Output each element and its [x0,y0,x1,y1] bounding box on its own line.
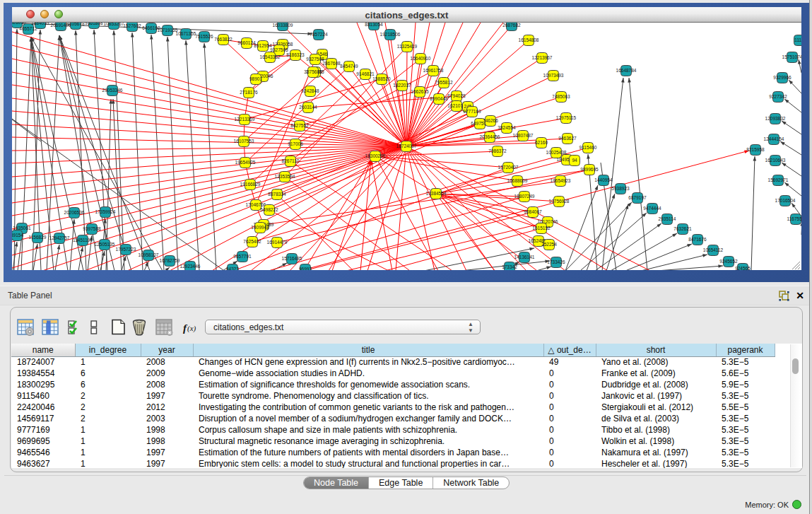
svg-text:9327508: 9327508 [306,57,324,62]
svg-text:5498222: 5498222 [260,207,278,212]
svg-text:3875685: 3875685 [304,69,322,74]
svg-text:9660124: 9660124 [237,40,256,45]
svg-text:9146821: 9146821 [356,71,375,76]
svg-text:84323: 84323 [226,267,239,270]
svg-text:16782759: 16782759 [160,258,180,263]
svg-text:16648784: 16648784 [616,68,637,73]
svg-text:9777169: 9777169 [463,109,481,114]
svg-text:9115460: 9115460 [579,145,597,150]
svg-text:1527602: 1527602 [123,23,141,28]
svg-text:10719155: 10719155 [158,28,178,33]
svg-text:16107553: 16107553 [234,139,254,144]
svg-text:12923446: 12923446 [180,264,201,269]
svg-text:14136141: 14136141 [514,255,535,259]
svg-text:1935061: 1935061 [13,226,31,230]
svg-text:29053346: 29053346 [102,88,123,93]
svg-text:16961758: 16961758 [423,68,444,73]
svg-text:12093832: 12093832 [765,116,786,121]
svg-text:9657791: 9657791 [233,254,252,259]
svg-text:8267110: 8267110 [282,158,300,163]
svg-text:10688609: 10688609 [507,178,528,183]
svg-text:10807487: 10807487 [513,133,534,138]
svg-text:15716485: 15716485 [282,256,302,261]
svg-text:12444154: 12444154 [764,136,784,141]
svg-text:10025438: 10025438 [546,150,567,155]
svg-text:12213369: 12213369 [235,117,255,122]
svg-text:2867608: 2867608 [322,61,341,66]
svg-text:12213967: 12213967 [532,55,553,60]
svg-text:15751074: 15751074 [782,54,801,59]
svg-text:10973493: 10973493 [543,73,564,78]
svg-text:18300295: 18300295 [365,153,386,158]
svg-text:9105678: 9105678 [66,23,85,26]
svg-text:2718176: 2718176 [240,90,258,95]
svg-text:98901: 98901 [249,76,262,81]
svg-text:9463627: 9463627 [558,136,577,141]
svg-text:9084067: 9084067 [524,209,542,214]
svg-text:19654923: 19654923 [551,178,571,183]
svg-text:6879197: 6879197 [628,195,647,200]
svg-text:8813054: 8813054 [365,23,383,27]
svg-text:1112: 1112 [794,37,801,42]
svg-text:19218506: 19218506 [380,32,401,37]
svg-text:1562615: 1562615 [411,89,429,94]
svg-text:17957223: 17957223 [116,247,136,252]
svg-text:10654112: 10654112 [703,247,724,252]
svg-text:19384554: 19384554 [426,191,447,196]
svg-text:16640910: 16640910 [411,56,431,61]
svg-text:9474444: 9474444 [643,206,661,211]
svg-text:10958107: 10958107 [139,252,159,257]
svg-text:924565: 924565 [735,266,751,270]
svg-text:9361808: 9361808 [85,23,103,25]
svg-text:9327505: 9327505 [270,47,288,52]
svg-text:9397588: 9397588 [83,226,101,231]
svg-text:1588520: 1588520 [372,76,391,81]
svg-text:16033809: 16033809 [273,23,293,28]
svg-text:8186323: 8186323 [286,52,305,57]
svg-text:7515526: 7515526 [195,34,213,39]
svg-text:15720407: 15720407 [498,165,519,170]
svg-text:18807249: 18807249 [514,194,535,199]
svg-text:20364456: 20364456 [480,134,500,139]
svg-text:9227342: 9227342 [769,94,787,99]
svg-text:9329966: 9329966 [773,75,792,80]
svg-text:17359924: 17359924 [95,209,116,214]
svg-text:12975115: 12975115 [556,115,577,120]
svg-text:1167553: 1167553 [787,216,801,221]
svg-text:17016504: 17016504 [775,198,796,203]
svg-text:10671355: 10671355 [176,31,196,36]
svg-text:9245652: 9245652 [719,259,738,264]
svg-text:(x): (x) [187,324,196,333]
svg-text:3824554: 3824554 [498,125,516,130]
svg-text:1409948: 1409948 [251,225,269,230]
svg-text:4055712: 4055712 [19,26,37,31]
svg-text:96993: 96993 [299,267,312,270]
svg-text:12942757: 12942757 [49,235,70,240]
svg-text:18724007: 18724007 [396,144,417,148]
svg-text:94: 94 [572,158,577,163]
svg-text:8215958: 8215958 [746,147,765,152]
svg-text:17046766: 17046766 [246,202,266,207]
svg-text:9899695: 9899695 [580,167,599,172]
svg-text:16154808: 16154808 [519,37,539,42]
svg-text:1156829: 1156829 [29,235,47,240]
svg-text:2603144: 2603144 [299,105,317,110]
svg-text:11325419: 11325419 [397,44,418,49]
svg-text:16914479: 16914479 [267,240,288,245]
svg-text:1733426: 1733426 [547,259,565,264]
svg-text:5938923: 5938923 [611,186,630,191]
svg-text:746266: 746266 [483,118,498,123]
svg-text:10853267: 10853267 [104,23,124,26]
svg-text:7986372: 7986372 [488,148,507,153]
svg-text:8878334: 8878334 [268,192,286,197]
svg-text:7955812: 7955812 [435,80,453,85]
svg-text:252254: 252254 [541,242,557,247]
svg-text:16543362: 16543362 [260,54,281,59]
svg-text:8454749: 8454749 [340,64,358,69]
svg-text:20206536: 20206536 [64,210,85,215]
svg-text:8471676: 8471676 [688,237,707,242]
svg-text:10756928: 10756928 [549,199,570,204]
svg-text:1440954: 1440954 [594,177,613,182]
svg-text:19166829: 19166829 [240,182,261,187]
svg-text:1884053: 1884053 [31,23,49,25]
